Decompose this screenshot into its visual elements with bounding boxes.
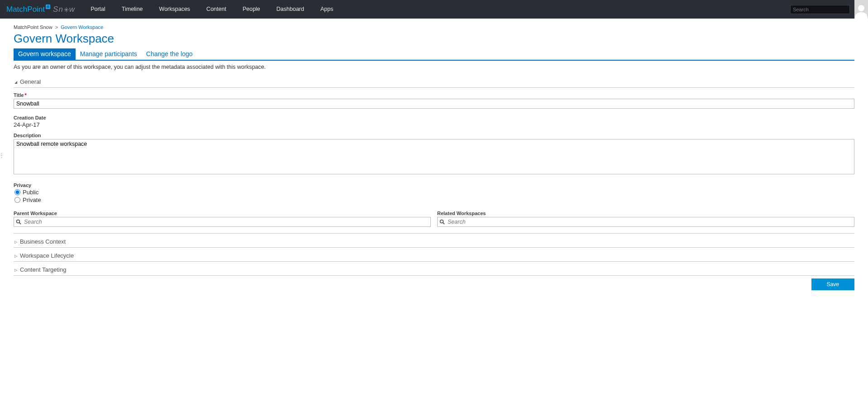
section-general-title: General — [20, 78, 41, 85]
privacy-label: Privacy — [14, 182, 854, 188]
tab-row: Govern workspace Manage participants Cha… — [14, 48, 854, 61]
description-label: Description — [14, 133, 854, 138]
related-workspaces-input[interactable] — [447, 218, 852, 226]
global-search-input[interactable] — [791, 7, 849, 12]
related-workspaces-label: Related Workspaces — [437, 211, 854, 216]
title-label: Title* — [14, 92, 854, 98]
nav-content[interactable]: Content — [198, 0, 234, 19]
svg-point-6 — [858, 5, 864, 11]
tab-change-logo[interactable]: Change the logo — [142, 48, 197, 60]
page-title: Govern Workspace — [14, 32, 854, 46]
brand-snow: Snw — [53, 5, 75, 14]
parent-workspace-label: Parent Workspace — [14, 211, 431, 216]
tab-govern-workspace[interactable]: Govern workspace — [14, 48, 76, 60]
parent-workspace-lookup[interactable] — [14, 217, 431, 227]
section-content-targeting: Content Targeting — [14, 263, 854, 276]
privacy-public-label: Public — [23, 189, 38, 196]
brand-logo[interactable]: MatchPoint Snw — [6, 5, 75, 14]
svg-point-7 — [17, 220, 20, 223]
section-business-context: Business Context — [14, 235, 854, 248]
chevron-right-icon — [14, 268, 18, 272]
brand-point: Point — [27, 5, 45, 14]
brand-match: Match — [6, 5, 27, 14]
privacy-private-label: Private — [23, 197, 41, 203]
section-workspace-lifecycle: Workspace Lifecycle — [14, 249, 854, 262]
breadcrumb-root: MatchPoint Snow — [14, 24, 52, 30]
parent-workspace-input[interactable] — [23, 218, 429, 226]
section-business-context-header[interactable]: Business Context — [14, 235, 854, 247]
section-workspace-lifecycle-title: Workspace Lifecycle — [20, 252, 74, 259]
breadcrumb: MatchPoint Snow > Govern Workspace — [14, 22, 854, 32]
related-workspaces-lookup[interactable] — [437, 217, 854, 227]
svg-line-10 — [443, 223, 444, 224]
section-general-header[interactable]: General — [14, 78, 854, 87]
chevron-right-icon — [14, 254, 18, 258]
section-content-targeting-header[interactable]: Content Targeting — [14, 263, 854, 275]
title-input[interactable] — [14, 99, 854, 109]
user-avatar[interactable] — [854, 0, 868, 19]
section-general: General Title* Creation Date 24-Apr-17 D… — [14, 78, 854, 234]
chevron-down-icon — [14, 80, 18, 84]
breadcrumb-current[interactable]: Govern Workspace — [61, 24, 103, 30]
global-search[interactable] — [790, 5, 850, 14]
privacy-private-radio[interactable] — [14, 197, 20, 203]
avatar-icon — [855, 3, 868, 19]
creation-date-value: 24-Apr-17 — [14, 121, 854, 128]
action-bar: Save — [14, 278, 854, 290]
svg-point-9 — [440, 220, 444, 223]
nav-dashboard[interactable]: Dashboard — [268, 0, 312, 19]
nav-timeline[interactable]: Timeline — [114, 0, 151, 19]
top-nav: Portal Timeline Workspaces Content Peopl… — [82, 0, 341, 19]
page-body: MatchPoint Snow > Govern Workspace Gover… — [0, 19, 868, 295]
nav-workspaces[interactable]: Workspaces — [151, 0, 199, 19]
search-icon — [439, 219, 445, 225]
topbar: MatchPoint Snw Portal Timeline Workspace… — [0, 0, 868, 19]
nav-apps[interactable]: Apps — [312, 0, 342, 19]
chevron-right-icon — [14, 240, 18, 244]
section-business-context-title: Business Context — [20, 238, 66, 245]
tab-manage-participants[interactable]: Manage participants — [76, 48, 142, 60]
brand-cube-icon — [46, 3, 50, 11]
snowflake-icon — [64, 7, 69, 12]
description-input[interactable] — [14, 139, 854, 174]
save-button[interactable]: Save — [811, 278, 854, 290]
intro-text: As you are an owner of this workspace, y… — [14, 64, 854, 70]
breadcrumb-separator: > — [55, 24, 58, 30]
search-icon — [16, 219, 21, 225]
privacy-public-radio[interactable] — [14, 189, 20, 195]
creation-date-label: Creation Date — [14, 115, 854, 120]
svg-rect-1 — [47, 5, 49, 8]
privacy-public-row[interactable]: Public — [14, 189, 854, 196]
nav-portal[interactable]: Portal — [82, 0, 114, 19]
panel-drag-handle[interactable]: ··· — [1, 153, 2, 158]
required-mark: * — [24, 92, 26, 98]
section-workspace-lifecycle-header[interactable]: Workspace Lifecycle — [14, 249, 854, 261]
nav-people[interactable]: People — [234, 0, 268, 19]
svg-line-8 — [19, 223, 21, 224]
privacy-private-row[interactable]: Private — [14, 197, 854, 203]
section-content-targeting-title: Content Targeting — [20, 266, 66, 273]
